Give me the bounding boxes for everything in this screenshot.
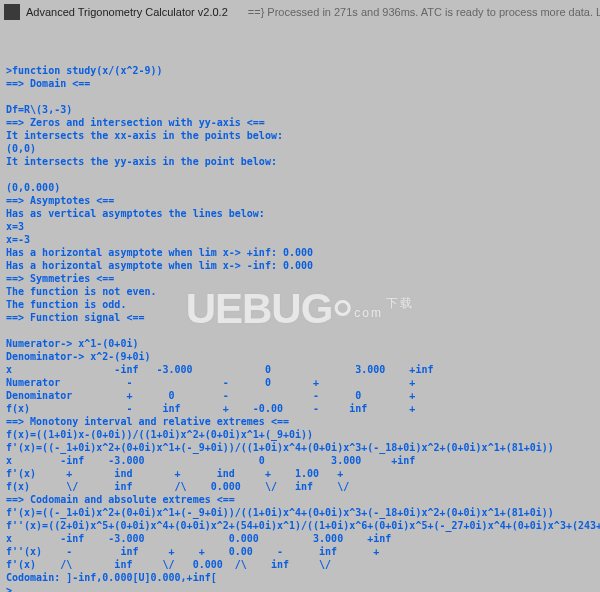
status-text: ==} Processed in 271s and 936ms. ATC is … bbox=[248, 6, 600, 18]
app-icon bbox=[4, 4, 20, 20]
console-text: >function study(x/(x^2-9)) ==> Domain <=… bbox=[6, 64, 594, 592]
window-title: Advanced Trigonometry Calculator v2.0.2 bbox=[26, 6, 228, 18]
window-titlebar: Advanced Trigonometry Calculator v2.0.2 … bbox=[0, 0, 600, 24]
console-output[interactable]: >function study(x/(x^2-9)) ==> Domain <=… bbox=[0, 24, 600, 592]
